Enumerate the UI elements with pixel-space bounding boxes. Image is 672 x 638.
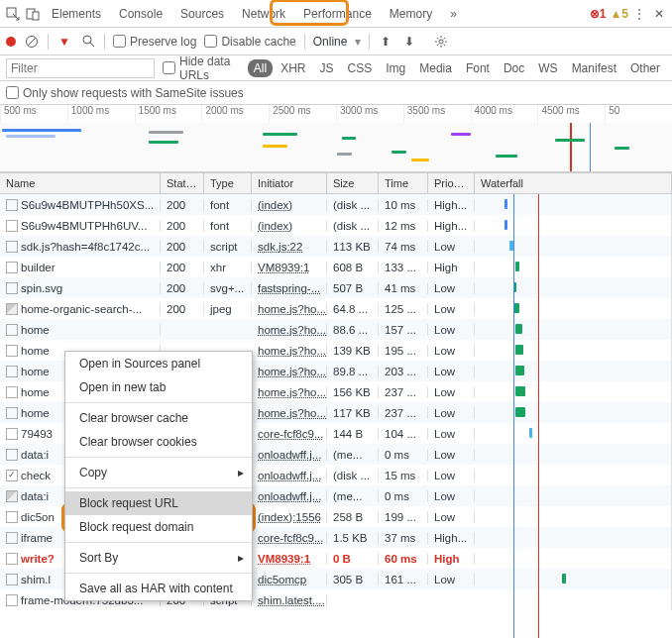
type-pill-media[interactable]: Media	[413, 59, 458, 77]
menu-open-in-sources-panel[interactable]: Open in Sources panel	[65, 352, 252, 375]
svg-line-6	[90, 43, 94, 47]
device-icon[interactable]	[24, 5, 42, 23]
search-icon[interactable]	[80, 34, 96, 50]
col-type[interactable]: Type	[204, 173, 252, 193]
table-row[interactable]: home-organic-search-...200jpeghome.js?ho…	[0, 298, 672, 319]
gear-icon[interactable]	[433, 34, 449, 50]
svg-line-4	[28, 38, 36, 46]
svg-point-5	[83, 36, 91, 44]
tab-console[interactable]: Console	[111, 3, 170, 25]
type-pill-css[interactable]: CSS	[342, 59, 379, 77]
svg-point-7	[439, 40, 443, 44]
context-menu: Open in Sources panelOpen in new tabClea…	[64, 351, 253, 601]
hide-data-urls-checkbox[interactable]: Hide data URLs	[163, 54, 240, 82]
col-priority[interactable]: Priority	[428, 173, 475, 193]
menu-save-all-as-har-with-content[interactable]: Save all as HAR with content	[65, 577, 252, 600]
col-name[interactable]: Name	[0, 173, 161, 193]
type-pill-xhr[interactable]: XHR	[275, 59, 311, 77]
type-filter-pills: AllXHRJSCSSImgMediaFontDocWSManifestOthe…	[248, 59, 666, 77]
chevron-down-icon[interactable]: ▾	[355, 35, 361, 49]
table-row[interactable]: S6u9w4BMUTPHh6UV...200font(index)(disk .…	[0, 215, 672, 236]
type-pill-ws[interactable]: WS	[532, 59, 563, 77]
menu-open-in-new-tab[interactable]: Open in new tab	[65, 375, 252, 399]
overview-timeline[interactable]: 500 ms1000 ms1500 ms2000 ms2500 ms3000 m…	[0, 105, 672, 172]
table-row[interactable]: S6u9w4BMUTPHh50XS...200font(index)(disk …	[0, 194, 672, 215]
type-pill-img[interactable]: Img	[380, 59, 411, 77]
samesite-label: Only show requests with SameSite issues	[23, 86, 244, 100]
tab-sources[interactable]: Sources	[172, 3, 232, 25]
kebab-icon[interactable]: ⋮	[630, 5, 648, 23]
tab-elements[interactable]: Elements	[44, 3, 109, 25]
disable-cache-label: Disable cache	[221, 35, 295, 49]
preserve-log-label: Preserve log	[130, 35, 196, 49]
type-pill-all[interactable]: All	[248, 59, 273, 77]
hide-data-urls-label: Hide data URLs	[179, 54, 240, 82]
filter-bar: Hide data URLs AllXHRJSCSSImgMediaFontDo…	[0, 55, 672, 81]
tab-performance[interactable]: Performance	[295, 3, 380, 25]
warning-count: 5	[621, 7, 628, 21]
network-toolbar: ▼ Preserve log Disable cache Online ▾ ⬆ …	[0, 28, 672, 55]
throttling-select[interactable]: Online	[313, 35, 348, 49]
upload-icon[interactable]: ⬆	[378, 34, 393, 50]
menu-block-request-domain[interactable]: Block request domain	[65, 515, 252, 539]
type-pill-manifest[interactable]: Manifest	[566, 59, 622, 77]
preserve-log-checkbox[interactable]: Preserve log	[113, 35, 196, 49]
col-size[interactable]: Size	[327, 173, 379, 193]
tab-network[interactable]: Network	[234, 3, 293, 25]
network-table-header: Name Status Type Initiator Size Time Pri…	[0, 172, 672, 194]
table-row[interactable]: spin.svg200svg+...fastspring-...507 B41 …	[0, 277, 672, 298]
record-button[interactable]	[6, 37, 16, 47]
samesite-filter[interactable]: Only show requests with SameSite issues	[0, 81, 672, 105]
error-count: 1	[600, 7, 607, 21]
filter-icon[interactable]: ▼	[56, 34, 72, 50]
col-initiator[interactable]: Initiator	[252, 173, 327, 193]
tab-memory[interactable]: Memory	[382, 3, 440, 25]
type-pill-js[interactable]: JS	[314, 59, 340, 77]
close-icon[interactable]: ✕	[650, 5, 668, 23]
disable-cache-checkbox[interactable]: Disable cache	[204, 35, 295, 49]
col-time[interactable]: Time	[379, 173, 428, 193]
table-row[interactable]: sdk.js?hash=4f8c1742c...200scriptsdk.js:…	[0, 236, 672, 257]
error-count-icon[interactable]: ⊗1	[590, 7, 607, 21]
type-pill-other[interactable]: Other	[624, 59, 666, 77]
menu-clear-browser-cookies[interactable]: Clear browser cookies	[65, 430, 252, 454]
inspect-icon[interactable]	[4, 5, 22, 23]
table-row[interactable]: homehome.js?ho...88.6 ...157 ...Low	[0, 319, 672, 340]
menu-block-request-url[interactable]: Block request URL	[65, 491, 252, 515]
filter-input[interactable]	[6, 58, 155, 78]
devtools-tabbar: Elements Console Sources Network Perform…	[0, 0, 672, 28]
col-waterfall[interactable]: Waterfall	[475, 173, 672, 193]
menu-copy[interactable]: Copy▸	[65, 461, 252, 484]
type-pill-doc[interactable]: Doc	[498, 59, 530, 77]
col-status[interactable]: Status	[161, 173, 204, 193]
tabs-overflow[interactable]: »	[442, 3, 465, 25]
warning-count-icon[interactable]: ▲5	[610, 7, 628, 21]
table-row[interactable]: builder200xhrVM8939:1608 B133 ...High	[0, 257, 672, 277]
menu-clear-browser-cache[interactable]: Clear browser cache	[65, 406, 252, 430]
type-pill-font[interactable]: Font	[460, 59, 496, 77]
menu-sort-by[interactable]: Sort By▸	[65, 546, 252, 570]
svg-rect-2	[33, 12, 39, 20]
download-icon[interactable]: ⬇	[401, 34, 417, 50]
clear-icon[interactable]	[24, 34, 40, 50]
